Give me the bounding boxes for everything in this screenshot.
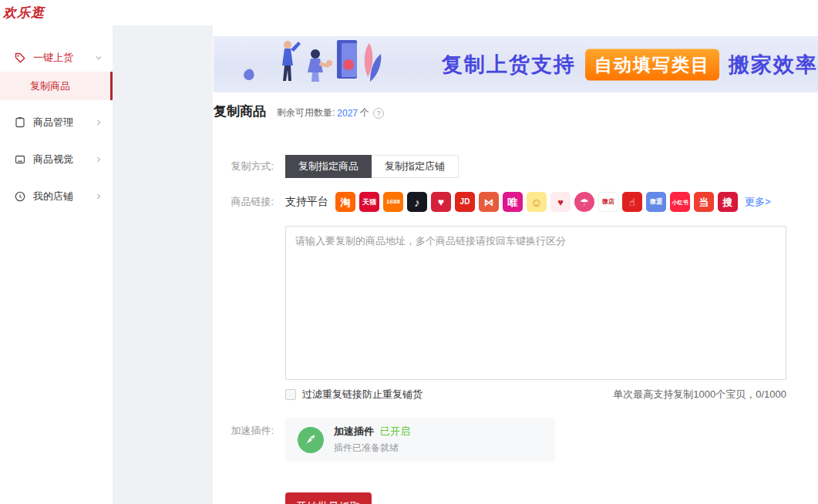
sidebar-item-product-management[interactable]: 商品管理 [0, 109, 113, 136]
sidebar-subitem-label: 复制商品 [30, 79, 70, 93]
quota-unit: 个 [360, 106, 369, 119]
main-content: 复制上货支持 自动填写类目 搬家效率 复制商品 剩余可用数量: 2027 个 ? [213, 25, 818, 504]
copy-form: 复制方式: 复制指定商品 复制指定店铺 商品链接: 支持平台 淘天猫1688♪♥… [213, 155, 818, 504]
monitor-icon [14, 153, 26, 166]
tab-copy-specified-shop[interactable]: 复制指定店铺 [372, 155, 459, 178]
thumbsup-platform-icon: ☝ [622, 192, 642, 212]
quota-label: 剩余可用数量: [277, 106, 335, 119]
quota-value: 2027 [337, 108, 358, 119]
start-batch-fetch-button[interactable]: 开始批量抓取 [285, 492, 372, 504]
copy-quota-hint: 单次最高支持复制1000个宝贝，0/1000 [613, 388, 786, 402]
rocket-icon [298, 427, 324, 453]
weidian-icon: 微店 [598, 192, 618, 212]
sidebar: 一键上货 复制商品 商品管理 [0, 25, 113, 504]
lips-platform-icon: ♥ [550, 192, 571, 212]
sidebar-item-label: 商品视觉 [33, 153, 73, 166]
copy-mode-label: 复制方式: [213, 160, 285, 173]
heart-platform-icon: ♥ [431, 192, 451, 212]
plugin-title: 加速插件 [334, 425, 374, 438]
banner-illustration [223, 37, 389, 91]
sidebar-item-label: 一键上货 [33, 51, 73, 65]
tab-copy-specified-product[interactable]: 复制指定商品 [285, 155, 372, 178]
banner-text-before: 复制上货支持 [442, 51, 576, 79]
brand-logo: 欢乐逛 [3, 4, 45, 22]
promo-banner[interactable]: 复制上货支持 自动填写类目 搬家效率 [214, 36, 818, 92]
submit-row: 开始批量抓取 [285, 492, 818, 504]
quota-remaining: 剩余可用数量: 2027 个 ? [277, 106, 384, 119]
chevron-right-icon [95, 193, 103, 200]
plugin-status: 已开启 [380, 425, 410, 438]
sidebar-item-label: 商品管理 [33, 116, 73, 129]
more-platforms-link[interactable]: 更多> [745, 195, 771, 209]
banner-text-after: 搬家效率 [729, 51, 818, 79]
platform-icons: 淘天猫1688♪♥JD⋈唯☺♥☂微店☝微盟小红书当搜 [335, 192, 738, 212]
taobao-icon: 淘 [335, 192, 355, 212]
clipboard-icon [14, 116, 26, 129]
sidebar-item-one-click-listing[interactable]: 一键上货 [0, 44, 113, 72]
filter-duplicates-label: 过滤重复链接防止重复铺货 [302, 388, 422, 402]
content-gutter [113, 25, 213, 504]
banner-text: 复制上货支持 自动填写类目 搬家效率 [442, 49, 818, 80]
chevron-right-icon [95, 156, 103, 163]
mushroom-platform-icon: ☂ [574, 192, 594, 212]
filter-duplicates-checkbox[interactable] [285, 389, 296, 400]
dangdang-icon: 当 [694, 192, 714, 212]
copy-mode-tabs: 复制指定商品 复制指定店铺 [285, 155, 459, 178]
douyin-icon: ♪ [407, 192, 427, 212]
app-window: 欢乐逛 一键上货 复制商品 商品管理 [0, 0, 818, 504]
bow-platform-icon: ⋈ [479, 192, 499, 212]
links-textarea-row [213, 226, 818, 380]
tag-icon [14, 52, 26, 64]
tmall-icon: 天猫 [359, 192, 379, 212]
copy-mode-row: 复制方式: 复制指定商品 复制指定店铺 [213, 155, 818, 178]
plugin-row: 加速插件: 加速插件 已开启 插件已准备就绪 [213, 418, 818, 462]
product-links-label: 商品链接: [213, 195, 285, 209]
banner-badge: 自动填写类目 [585, 49, 719, 80]
plugin-panel: 加速插件 已开启 插件已准备就绪 [285, 418, 555, 462]
supported-platforms-label: 支持平台 [285, 195, 328, 209]
sidebar-item-product-visuals[interactable]: 商品视觉 [0, 146, 113, 173]
jd-icon: JD [455, 192, 475, 212]
alibaba-1688-icon: 1688 [383, 192, 403, 212]
sou-icon: 搜 [718, 192, 738, 212]
chevron-down-icon [95, 54, 103, 62]
sidebar-item-my-shop[interactable]: 我的店铺 [0, 183, 113, 210]
shop-icon [14, 190, 26, 203]
plugin-description: 插件已准备就绪 [334, 442, 410, 455]
chevron-right-icon [95, 119, 103, 126]
vipshop-icon: 唯 [503, 192, 523, 212]
xiaohongshu-icon: 小红书 [670, 192, 690, 212]
top-header: 欢乐逛 [0, 0, 818, 25]
suning-lion-icon: ☺ [527, 192, 547, 212]
help-icon[interactable]: ? [373, 108, 384, 119]
sidebar-item-label: 我的店铺 [33, 190, 73, 203]
sidebar-item-copy-product-active[interactable]: 复制商品 [0, 72, 113, 100]
page-title: 复制商品 [214, 102, 266, 120]
plugin-label: 加速插件: [213, 418, 285, 438]
filter-row: 过滤重复链接防止重复铺货 单次最高支持复制1000个宝贝，0/1000 [285, 388, 786, 402]
page-title-row: 复制商品 剩余可用数量: 2027 个 ? [214, 102, 818, 120]
weimob-icon: 微盟 [646, 192, 666, 212]
product-links-textarea[interactable] [285, 226, 786, 380]
product-links-row: 商品链接: 支持平台 淘天猫1688♪♥JD⋈唯☺♥☂微店☝微盟小红书当搜 更多… [213, 192, 818, 212]
